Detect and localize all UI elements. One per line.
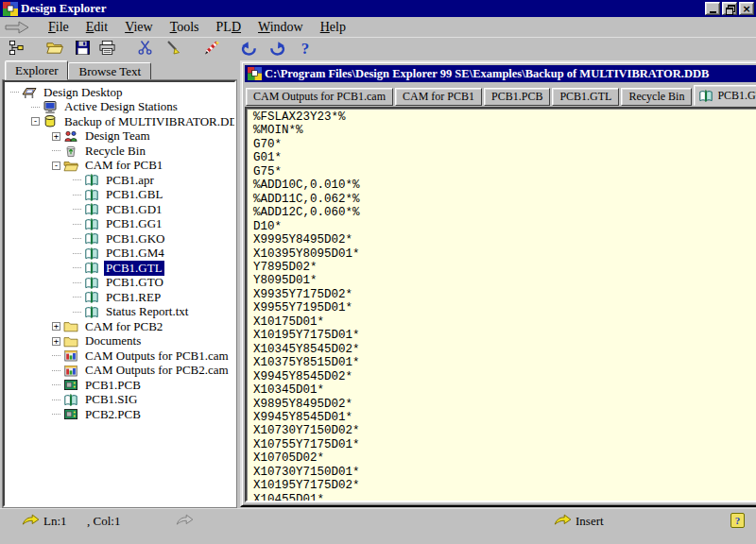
tree-item-label: CAM for PCB1 bbox=[83, 158, 164, 173]
menu-view[interactable]: View bbox=[116, 19, 162, 36]
workstation-icon bbox=[43, 100, 59, 114]
redo-button[interactable] bbox=[265, 39, 289, 60]
collapse-expander[interactable]: - bbox=[52, 162, 60, 170]
text-doc-icon bbox=[84, 188, 100, 202]
tree-item-label: PCB1.apr bbox=[104, 173, 156, 188]
question-icon: ? bbox=[301, 40, 310, 59]
cam-doc-icon bbox=[63, 364, 79, 378]
text-doc-icon bbox=[84, 305, 100, 319]
menu-file[interactable]: File bbox=[40, 19, 77, 36]
tree-connector bbox=[73, 267, 81, 268]
tree-item-label: PCB1.GG1 bbox=[104, 216, 164, 231]
wizard-button[interactable] bbox=[198, 39, 223, 60]
tree-item-pcb1-gto[interactable]: PCB1.GTO bbox=[5, 276, 234, 291]
collapse-expander[interactable]: - bbox=[31, 117, 40, 126]
tree-item-pcb1-gko[interactable]: PCB1.GKO bbox=[5, 231, 234, 246]
open-button[interactable] bbox=[42, 39, 66, 60]
tree-item-pcb1-gtl[interactable]: PCB1.GTL bbox=[5, 261, 234, 276]
save-icon bbox=[74, 40, 92, 60]
document-icon bbox=[248, 67, 262, 80]
restore-button[interactable] bbox=[722, 2, 737, 15]
document-titlebar: C:\Program Files\Design Explorer 99 SE\E… bbox=[245, 65, 756, 82]
cut-button[interactable] bbox=[132, 39, 157, 60]
tree-item-design-desktop[interactable]: Design Desktop bbox=[5, 85, 234, 100]
pcb-doc-icon bbox=[63, 407, 79, 421]
menu-help[interactable]: Help bbox=[312, 19, 354, 36]
save-button[interactable] bbox=[70, 39, 94, 60]
tree-item-pcb1-gm4[interactable]: PCB1.GM4 bbox=[5, 246, 234, 262]
expand-expander[interactable]: + bbox=[52, 132, 60, 141]
document-tab-label: PCB1.GTL bbox=[717, 89, 756, 103]
expand-expander[interactable]: + bbox=[52, 322, 60, 331]
insert-arrow-icon bbox=[553, 514, 572, 530]
menu-edit[interactable]: Edit bbox=[77, 19, 116, 36]
document-tab-pcb1-pcb[interactable]: PCB1.PCB bbox=[484, 88, 550, 106]
text-doc-icon bbox=[698, 89, 713, 102]
menu-grip-arrow-icon[interactable] bbox=[4, 21, 32, 34]
expand-expander[interactable]: + bbox=[52, 337, 60, 346]
tree-item-pcb2-pcb[interactable]: PCB2.PCB bbox=[5, 407, 234, 422]
tree-item-pcb1-rep[interactable]: PCB1.REP bbox=[5, 290, 234, 305]
tree-item-status-report-txt[interactable]: Status Report.txt bbox=[5, 305, 234, 320]
tree-item-documents[interactable]: +Documents bbox=[5, 334, 234, 349]
tree-item-pcb1-apr[interactable]: PCB1.apr bbox=[5, 173, 234, 188]
tree-item-recycle-bin[interactable]: Recycle Bin bbox=[5, 144, 234, 159]
tree-item-cam-outputs-for-pcb1-cam[interactable]: CAM Outputs for PCB1.cam bbox=[5, 348, 234, 364]
tree-connector bbox=[73, 238, 81, 239]
undo-button[interactable] bbox=[236, 39, 261, 60]
close-button[interactable]: × bbox=[739, 2, 754, 15]
open-folder-icon bbox=[45, 40, 63, 60]
cam-doc-icon bbox=[63, 348, 79, 363]
tree-item-active-design-stations[interactable]: Active Design Stations bbox=[5, 100, 234, 115]
minimize-button[interactable] bbox=[705, 2, 720, 15]
menu-tools[interactable]: Tools bbox=[162, 19, 208, 36]
document-tab-pcb1-gtl-active[interactable]: PCB1.GTL bbox=[694, 85, 756, 106]
tree-connector bbox=[73, 253, 81, 254]
text-doc-icon bbox=[84, 246, 100, 261]
tree-connector bbox=[73, 282, 81, 283]
folder-open-icon bbox=[63, 159, 79, 173]
tree-item-cam-outputs-for-pcb2-cam[interactable]: CAM Outputs for PCB2.cam bbox=[5, 364, 234, 379]
tree-item-pcb1-gg1[interactable]: PCB1.GG1 bbox=[5, 217, 234, 232]
status-help-icon[interactable]: ? bbox=[730, 513, 745, 528]
tree-item-label: PCB1.GTO bbox=[104, 275, 165, 290]
tree-connector bbox=[52, 384, 60, 385]
document-tab-recycle-bin[interactable]: Recycle Bin bbox=[621, 88, 692, 106]
sidebar-tab-explorer[interactable]: Explorer bbox=[5, 60, 68, 80]
menu-window[interactable]: Window bbox=[249, 19, 312, 36]
sidebar-tab-browse-text[interactable]: Browse Text bbox=[68, 62, 151, 80]
tree-item-pcb1-sig[interactable]: PCB1.SIG bbox=[5, 393, 234, 408]
tree-item-cam-for-pcb1[interactable]: -CAM for PCB1 bbox=[5, 159, 234, 174]
paste-button[interactable] bbox=[161, 39, 185, 60]
tree-connector bbox=[52, 370, 60, 371]
tree-item-backup-of-multivibrator-ddb[interactable]: -Backup of MULTIVIBRATOR.DDB bbox=[5, 114, 234, 129]
explorer-toggle-button[interactable] bbox=[4, 39, 28, 60]
text-doc-icon bbox=[84, 276, 100, 290]
tree-item-label: PCB1.GKO bbox=[104, 231, 167, 246]
tree-item-cam-for-pcb2[interactable]: +CAM for PCB2 bbox=[5, 319, 234, 334]
status-bar: Ln:1 , Col:1 Insert ? bbox=[0, 508, 756, 533]
tree-connector bbox=[31, 107, 40, 108]
tree-connector bbox=[52, 400, 60, 400]
document-tab-label: CAM Outputs for PCB1.cam bbox=[253, 90, 386, 104]
print-button[interactable] bbox=[94, 39, 119, 60]
design-tree[interactable]: Design DesktopActive Design Stations-Bac… bbox=[3, 80, 236, 507]
menu-pld[interactable]: PLD bbox=[208, 19, 249, 36]
document-tab-cam-outputs-for-pcb1-cam[interactable]: CAM Outputs for PCB1.cam bbox=[246, 88, 393, 106]
tree-item-pcb1-gd1[interactable]: PCB1.GD1 bbox=[5, 202, 234, 217]
tree-item-label: Backup of MULTIVIBRATOR.DDB bbox=[62, 114, 236, 129]
tree-item-label: CAM Outputs for PCB2.cam bbox=[83, 363, 231, 378]
help-button[interactable]: ? bbox=[293, 39, 318, 60]
tree-item-label: Recycle Bin bbox=[83, 144, 147, 159]
gerber-text-content[interactable]: %FSLAX23Y23*% %MOIN*% G70* G01* G75* %AD… bbox=[247, 109, 756, 501]
cursor-arrow-icon bbox=[21, 514, 40, 530]
titlebar: Design Explorer × bbox=[0, 0, 756, 17]
pcb-doc-icon bbox=[63, 378, 79, 392]
document-tab-pcb1-gtl[interactable]: PCB1.GTL bbox=[552, 88, 619, 106]
tree-item-design-team[interactable]: +Design Team bbox=[5, 129, 234, 144]
tree-item-pcb1-gbl[interactable]: PCB1.GBL bbox=[5, 188, 234, 203]
tree-item-label: PCB1.REP bbox=[104, 290, 163, 305]
tree-item-pcb1-pcb[interactable]: PCB1.PCB bbox=[5, 378, 234, 393]
document-tab-cam-for-pcb1[interactable]: CAM for PCB1 bbox=[395, 88, 482, 106]
tree-item-label: PCB1.GBL bbox=[104, 187, 164, 202]
